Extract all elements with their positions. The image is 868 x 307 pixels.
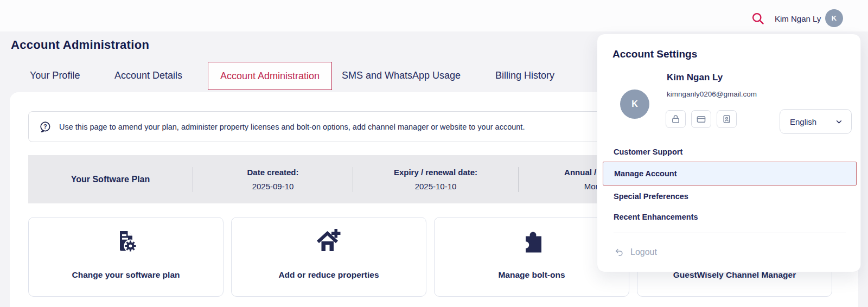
expiry-date-label: Expiry / renewal date:	[394, 165, 477, 180]
card-add-reduce-properties[interactable]: Add or reduce properties	[231, 217, 426, 297]
panel-title: Account Settings	[612, 48, 697, 60]
card-label: Manage bolt-ons	[435, 270, 629, 280]
plan-col-date-created: Date created: 2025-09-10	[193, 155, 353, 203]
tab-account-details[interactable]: Account Details	[114, 70, 182, 81]
menu-item-recent-enhancements[interactable]: Recent Enhancements	[614, 213, 698, 221]
credit-card-icon[interactable]	[691, 110, 711, 128]
plan-title-label: Your Software Plan	[71, 172, 150, 187]
page-title: Account Administration	[11, 38, 149, 52]
document-gear-icon	[29, 227, 223, 255]
date-created-value: 2025-09-10	[252, 180, 294, 194]
language-select[interactable]: English	[780, 109, 852, 134]
language-selected-value: English	[790, 117, 816, 126]
topbar-avatar[interactable]: K	[825, 9, 843, 27]
panel-user-name: Kim Ngan Ly	[667, 72, 723, 83]
panel-avatar: K	[620, 89, 649, 119]
panel-divider	[614, 233, 846, 233]
id-badge-icon[interactable]	[717, 110, 737, 128]
tab-sms-whatsapp-usage[interactable]: SMS and WhatsApp Usage	[342, 70, 461, 81]
house-plus-icon	[232, 227, 426, 255]
tab-billing-history[interactable]: Billing History	[495, 70, 554, 81]
menu-item-manage-account-label: Manage Account	[614, 169, 676, 178]
quick-actions-row	[666, 110, 737, 128]
search-icon[interactable]	[751, 11, 765, 25]
card-label: Change your software plan	[29, 270, 223, 280]
menu-item-customer-support[interactable]: Customer Support	[614, 148, 682, 156]
svg-text:?: ?	[43, 123, 47, 130]
tab-account-administration[interactable]: Account Administration	[208, 62, 332, 90]
card-change-software-plan[interactable]: Change your software plan	[28, 217, 224, 297]
menu-item-special-preferences[interactable]: Special Preferences	[614, 192, 688, 201]
plan-col-expiry: Expiry / renewal date: 2025-10-10	[353, 155, 518, 203]
tab-your-profile[interactable]: Your Profile	[30, 70, 80, 81]
tab-account-administration-label: Account Administration	[220, 71, 320, 82]
help-bubble-icon: ?	[39, 120, 52, 133]
lock-icon[interactable]	[666, 110, 686, 128]
info-banner-text: Use this page to amend your plan, admini…	[59, 123, 525, 131]
top-bar	[0, 0, 868, 31]
date-created-label: Date created:	[247, 165, 298, 180]
account-settings-panel: Account Settings K Kim Ngan Ly kimnganly…	[597, 34, 861, 272]
chevron-down-icon	[834, 117, 844, 126]
panel-user-email: kimnganly0206@gmail.com	[667, 90, 757, 98]
undo-arrow-icon	[614, 247, 624, 258]
topbar-user-name[interactable]: Kim Ngan Ly	[775, 14, 821, 23]
plan-col-title: Your Software Plan	[28, 155, 193, 203]
expiry-date-value: 2025-10-10	[415, 180, 457, 194]
logout-label: Logout	[630, 247, 657, 257]
menu-item-manage-account[interactable]: Manage Account	[603, 162, 857, 186]
card-label: Add or reduce properties	[232, 270, 426, 280]
logout-button[interactable]: Logout	[614, 247, 657, 258]
